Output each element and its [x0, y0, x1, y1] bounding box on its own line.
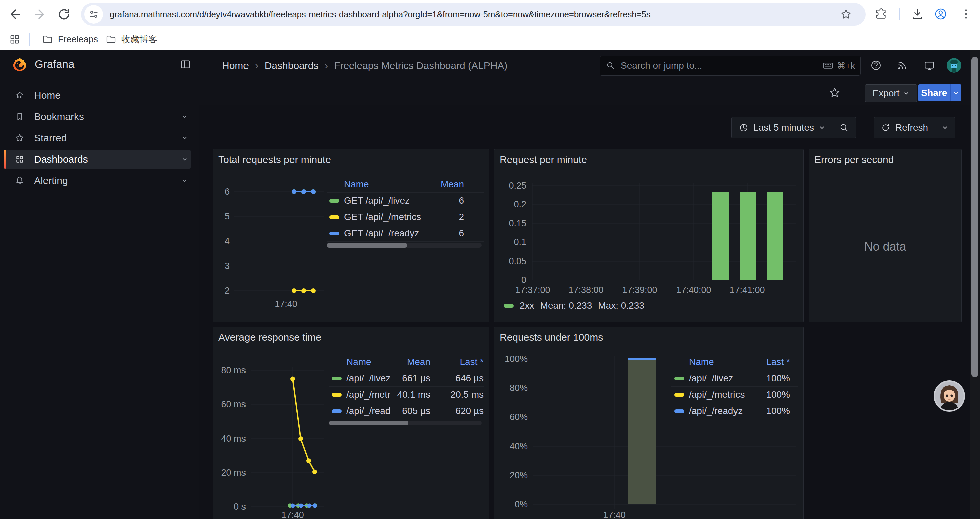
- panel-title[interactable]: Errors per second: [814, 154, 894, 165]
- help-icon[interactable]: [870, 59, 882, 72]
- legend-table: NameMeanLast */api/_/livez661 µs646 µs/a…: [329, 354, 484, 420]
- series-swatch[interactable]: [332, 393, 342, 397]
- legend-row[interactable]: /api/_/metrics40.1 ms20.5 ms: [329, 386, 484, 403]
- series-swatch[interactable]: [332, 409, 342, 413]
- share-button[interactable]: Share: [918, 85, 950, 101]
- download-icon[interactable]: [911, 7, 924, 21]
- legend-swatch-cell: [329, 232, 344, 235]
- legend-series-name[interactable]: GET /api/_/metrics: [344, 212, 424, 222]
- bar: [740, 192, 756, 280]
- legend-series-name[interactable]: /api/_/metrics: [346, 390, 390, 400]
- apps-grid-icon[interactable]: [9, 34, 21, 45]
- chevron-down-icon[interactable]: [182, 178, 188, 184]
- extensions-icon[interactable]: [874, 7, 887, 21]
- news-rss-icon[interactable]: [896, 59, 908, 72]
- sidebar-toggle-icon[interactable]: [180, 58, 191, 70]
- zoom-out-button[interactable]: [832, 117, 856, 138]
- bookmark-folder-freeleaps[interactable]: Freeleaps: [42, 29, 98, 50]
- favorite-star-icon[interactable]: [828, 86, 841, 99]
- axis-tick-label: 0.25: [509, 181, 527, 191]
- breadcrumb-dashboards[interactable]: Dashboards: [264, 60, 318, 72]
- series-swatch[interactable]: [329, 199, 339, 203]
- dashboards-grid-icon: [15, 154, 25, 164]
- site-settings-icon[interactable]: [84, 5, 103, 24]
- axis-tick-label: 60%: [510, 412, 528, 422]
- legend-swatch-cell: [675, 377, 689, 380]
- sidebar-item-dashboards[interactable]: Dashboards: [0, 149, 199, 170]
- kiosk-monitor-icon[interactable]: [923, 59, 935, 72]
- time-range-label: Last 5 minutes: [753, 122, 814, 133]
- chevron-down-icon[interactable]: [182, 113, 188, 120]
- legend-column-header[interactable]: Last *: [756, 357, 790, 367]
- series-swatch[interactable]: [329, 216, 339, 219]
- legend-scrollbar-thumb[interactable]: [326, 243, 407, 248]
- series-swatch[interactable]: [675, 377, 684, 380]
- series-swatch[interactable]: [504, 304, 514, 308]
- chevron-down-icon[interactable]: [182, 156, 188, 162]
- menu-kebab-icon[interactable]: [959, 7, 973, 21]
- series-name[interactable]: 2xx: [520, 300, 535, 311]
- legend-series-name[interactable]: GET /api/_/readyz: [344, 228, 424, 239]
- legend-header-row: NameLast *: [671, 354, 798, 370]
- forward-icon[interactable]: [32, 7, 47, 22]
- legend-scrollbar-thumb[interactable]: [329, 421, 408, 425]
- legend-column-name[interactable]: Name: [344, 179, 424, 190]
- back-icon[interactable]: [8, 7, 23, 22]
- export-button[interactable]: Export: [865, 85, 917, 102]
- legend-column-name[interactable]: Name: [689, 357, 756, 367]
- legend-column-name[interactable]: Name: [346, 357, 390, 367]
- legend-column-header[interactable]: Mean: [390, 357, 430, 367]
- user-avatar[interactable]: [947, 58, 961, 73]
- chevron-down-icon[interactable]: [182, 135, 188, 141]
- legend-column-header[interactable]: Mean: [424, 179, 464, 190]
- grafana-logo-icon[interactable]: [12, 57, 27, 72]
- sidebar-item-home[interactable]: Home: [0, 85, 199, 106]
- sidebar-item-bookmarks[interactable]: Bookmarks: [0, 106, 199, 127]
- legend-series-name[interactable]: /api/_/readyz: [346, 406, 390, 417]
- legend-row[interactable]: /api/_/livez661 µs646 µs: [329, 370, 484, 386]
- search-input[interactable]: Search or jump to... ⌘+k: [600, 56, 861, 76]
- legend-row[interactable]: /api/_/metrics100%: [671, 386, 798, 403]
- user-avatar-image: [947, 58, 961, 73]
- x-tick-label: 17:40:00: [676, 285, 711, 295]
- refresh-button[interactable]: Refresh: [874, 117, 935, 138]
- breadcrumb: Home › Dashboards › Freeleaps Metrics Da…: [222, 50, 508, 81]
- legend-row[interactable]: GET /api/_/metrics2: [326, 209, 484, 225]
- series-swatch[interactable]: [675, 409, 684, 413]
- url-bar[interactable]: grafana.mathmast.com/d/deytv4rwavabkb/fr…: [81, 3, 865, 26]
- series-swatch[interactable]: [332, 377, 342, 380]
- profile-icon[interactable]: [934, 7, 947, 21]
- legend-value: 100%: [756, 406, 790, 417]
- bookmark-star-icon[interactable]: [840, 8, 852, 21]
- search-icon: [605, 61, 616, 71]
- legend-row[interactable]: /api/_/readyz605 µs620 µs: [329, 403, 484, 419]
- legend-column-header[interactable]: Last *: [430, 357, 484, 367]
- legend-row[interactable]: /api/_/livez100%: [671, 370, 798, 386]
- refresh-interval-button[interactable]: [935, 117, 955, 138]
- legend-series-name[interactable]: GET /api/_/livez: [344, 195, 424, 206]
- legend-row[interactable]: GET /api/_/livez6: [326, 192, 484, 209]
- legend-row[interactable]: GET /api/_/readyz6: [326, 225, 484, 241]
- legend-series-name[interactable]: /api/_/livez: [346, 373, 390, 384]
- page-scrollbar-thumb[interactable]: [971, 57, 978, 377]
- keyboard-icon: [822, 60, 834, 72]
- series-swatch[interactable]: [675, 393, 684, 397]
- legend-table: NameMeanGET /api/_/livez6GET /api/_/metr…: [326, 176, 484, 242]
- series-swatch[interactable]: [329, 232, 339, 235]
- sidebar-item-starred[interactable]: Starred: [0, 127, 199, 149]
- legend-series-name[interactable]: /api/_/metrics: [689, 390, 756, 400]
- bookmark-folder-blogs[interactable]: 收藏博客: [105, 29, 158, 50]
- legend-row[interactable]: /api/_/readyz100%: [671, 403, 798, 419]
- bar-chart[interactable]: 0.250.20.150.10.05017:37:0017:38:0017:39…: [494, 149, 803, 322]
- legend-series-name[interactable]: /api/_/livez: [689, 373, 756, 384]
- floating-assistant-avatar[interactable]: [933, 380, 965, 412]
- x-tick-label: 17:40: [281, 510, 304, 519]
- sidebar-item-label: Home: [34, 85, 61, 106]
- time-range-picker[interactable]: Last 5 minutes: [732, 117, 832, 138]
- share-menu-button[interactable]: [950, 85, 961, 101]
- sidebar-item-alerting[interactable]: Alerting: [0, 170, 199, 192]
- legend-series-name[interactable]: /api/_/readyz: [689, 406, 756, 417]
- reload-icon[interactable]: [57, 7, 72, 22]
- breadcrumb-home[interactable]: Home: [222, 60, 249, 72]
- axis-tick-label: 4: [225, 236, 230, 246]
